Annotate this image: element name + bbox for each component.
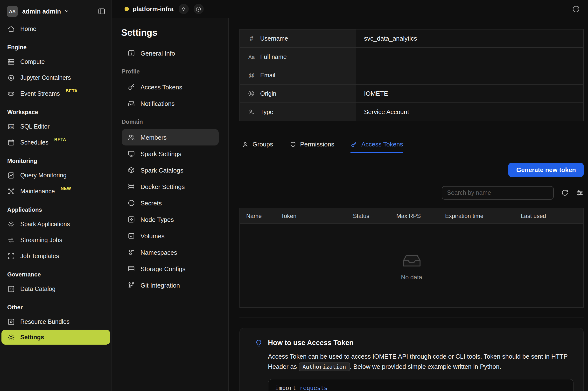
table-row: Origin IOMETE: [240, 84, 583, 102]
sidebar-item-label: Streaming Jobs: [20, 237, 62, 243]
chart-icon: [7, 171, 15, 179]
project-name: platform-infra: [133, 5, 174, 12]
settings-item-spark-catalogs[interactable]: Spark Catalogs: [122, 162, 219, 178]
settings-item-namespaces[interactable]: Namespaces: [122, 244, 219, 261]
tab-permissions[interactable]: Permissions: [289, 141, 334, 153]
settings-item-spark-settings[interactable]: Spark Settings: [122, 145, 219, 162]
sidebar-item-data-catalog[interactable]: Data Catalog: [0, 281, 112, 297]
code-block: import requests response = requests.get(…: [268, 379, 574, 391]
empty-text: No data: [401, 274, 422, 281]
container-icon: [7, 74, 15, 82]
empty-inbox-icon: [400, 251, 423, 271]
sidebar-item-resource-bundles[interactable]: Resource Bundles: [0, 314, 112, 330]
settings-item-storage-configs[interactable]: Storage Configs: [122, 261, 219, 277]
sidebar-item-label: Spark Applications: [20, 221, 70, 227]
tab-bar: Groups Permissions Access Tokens: [239, 141, 584, 153]
sidebar-item-label: Query Monitoring: [20, 172, 67, 179]
settings-item-node-types[interactable]: Node Types: [122, 211, 219, 228]
storage-icon: [128, 265, 135, 273]
type-value: Service Account: [356, 103, 583, 121]
generate-token-button[interactable]: Generate new token: [509, 163, 584, 177]
sidebar-item-settings[interactable]: Settings: [1, 330, 110, 345]
sidebar-item-label: Maintenance: [20, 188, 55, 195]
fullname-value: [356, 48, 583, 66]
settings-item-git-integration[interactable]: Git Integration: [122, 277, 219, 293]
project-color-dot: [125, 7, 129, 11]
inbox-icon: [128, 99, 135, 107]
column-header: Name: [240, 212, 281, 219]
sidebar: AA admin admin Home Engine Compute Jupyt…: [0, 0, 112, 391]
sidebar-item-maintenance[interactable]: Maintenance NEW: [0, 183, 112, 199]
origin-icon: [248, 90, 255, 98]
tokens-table-header: Name Token Status Max RPS Expiration tim…: [240, 208, 583, 223]
members-icon: [128, 133, 135, 141]
type-label: Type: [240, 103, 356, 121]
sidebar-item-streaming-jobs[interactable]: Streaming Jobs: [0, 232, 112, 248]
beta-badge: BETA: [66, 89, 77, 93]
sidebar-item-query-monitoring[interactable]: Query Monitoring: [0, 167, 112, 183]
sidebar-item-event-streams[interactable]: Event Streams BETA: [0, 86, 112, 101]
column-header: Max RPS: [396, 212, 445, 219]
info-circle-icon[interactable]: [193, 4, 203, 14]
sidebar-item-job-templates[interactable]: Job Templates: [0, 248, 112, 264]
panel-collapse-icon[interactable]: [98, 7, 106, 15]
settings-item-label: Spark Settings: [140, 150, 181, 157]
sidebar-item-compute[interactable]: Compute: [0, 54, 112, 70]
settings-item-access-tokens[interactable]: Access Tokens: [122, 79, 219, 95]
tab-groups[interactable]: Groups: [242, 141, 273, 153]
sync-icon[interactable]: [572, 4, 580, 13]
monitor-icon: [128, 150, 135, 158]
user-row: AA admin admin: [0, 4, 112, 21]
settings-item-docker-settings[interactable]: Docker Settings: [122, 178, 219, 195]
settings-item-label: Spark Catalogs: [140, 167, 184, 174]
settings-item-secrets[interactable]: Secrets: [122, 195, 219, 211]
settings-item-label: Volumes: [140, 232, 165, 239]
settings-item-label: Node Types: [140, 216, 174, 223]
sidebar-section-other: Other: [0, 297, 112, 314]
settings-item-notifications[interactable]: Notifications: [122, 95, 219, 112]
origin-value: IOMETE: [356, 85, 583, 102]
sidebar-item-label: Settings: [20, 334, 44, 340]
sidebar-item-home[interactable]: Home: [0, 21, 112, 37]
arrows-swap-icon: [7, 236, 15, 244]
email-value: [356, 66, 583, 84]
filter-icon[interactable]: [576, 189, 584, 197]
settings-item-label: Access Tokens: [140, 83, 182, 91]
info-icon: [128, 49, 135, 57]
divider: [239, 317, 584, 318]
sidebar-section-applications: Applications: [0, 199, 112, 216]
settings-item-general-info[interactable]: General Info: [122, 45, 219, 61]
page-title: Settings: [112, 27, 228, 38]
code-line: import requests: [275, 384, 566, 391]
sidebar-item-schedules[interactable]: Schedules BETA: [0, 134, 112, 150]
settings-item-members[interactable]: Members: [122, 129, 219, 145]
card-icon: [128, 232, 135, 240]
tab-access-tokens[interactable]: Access Tokens: [351, 141, 403, 153]
sparkle-icon: [128, 215, 135, 223]
project-selector-icon[interactable]: [178, 4, 189, 14]
sidebar-section-engine: Engine: [0, 37, 112, 54]
at-icon: @: [248, 72, 255, 79]
secrets-icon: [128, 199, 135, 207]
user-menu[interactable]: admin admin: [22, 8, 93, 15]
sidebar-item-sql-editor[interactable]: SQL SQL Editor: [0, 118, 112, 134]
column-header: Expiration time: [445, 212, 521, 219]
git-branch-icon: [128, 281, 135, 289]
settings-item-label: Git Integration: [140, 282, 180, 289]
sql-icon: SQL: [7, 122, 15, 130]
search-input[interactable]: [442, 186, 554, 199]
help-card: How to use Access Token Access Token can…: [239, 328, 584, 391]
sidebar-item-jupyter-containers[interactable]: Jupyter Containers: [0, 70, 112, 86]
sidebar-item-label: Event Streams: [20, 90, 60, 97]
topbar: platform-infra: [112, 0, 588, 18]
sidebar-item-spark-applications[interactable]: Spark Applications: [0, 216, 112, 232]
column-header: Token: [281, 212, 353, 219]
settings-item-volumes[interactable]: Volumes: [122, 228, 219, 244]
sidebar-section-governance: Governance: [0, 264, 112, 281]
username-label: # Username: [240, 29, 356, 47]
namespaces-icon: [128, 248, 135, 256]
refresh-icon[interactable]: [561, 189, 569, 197]
table-row: # Username svc_data_analytics: [240, 29, 583, 47]
key-icon: [351, 141, 357, 148]
sidebar-item-label: Home: [20, 25, 36, 32]
